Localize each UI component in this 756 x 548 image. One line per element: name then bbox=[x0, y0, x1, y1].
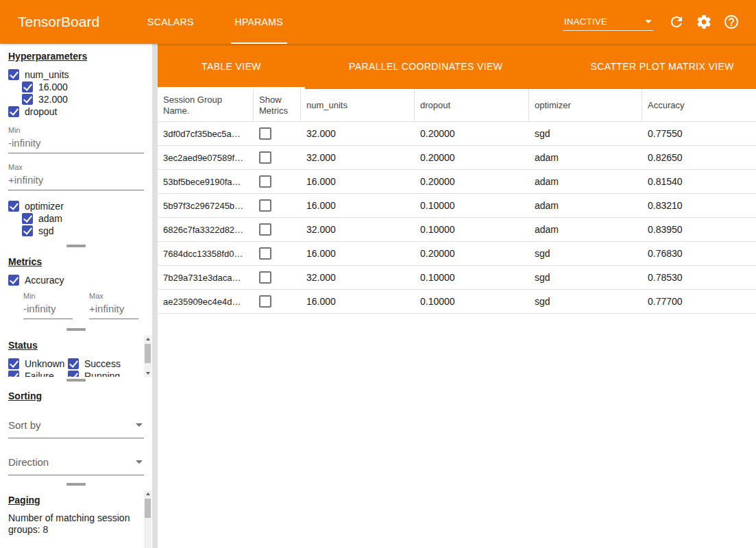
help-icon[interactable] bbox=[723, 14, 740, 30]
optimizer-value-row: adam bbox=[22, 212, 144, 225]
optimizer-checkbox[interactable] bbox=[8, 201, 19, 212]
column-header-optimizer[interactable]: optimizer bbox=[529, 89, 642, 121]
show-metrics-checkbox[interactable] bbox=[259, 271, 271, 284]
column-header-dropout[interactable]: dropout bbox=[415, 89, 529, 121]
accuracy-max-input[interactable] bbox=[89, 302, 138, 319]
show-metrics-checkbox[interactable] bbox=[259, 247, 271, 260]
accuracy-checkbox[interactable] bbox=[8, 275, 19, 286]
dropout-min-field: Min bbox=[8, 126, 144, 153]
optimizer-sgd-checkbox[interactable] bbox=[22, 225, 33, 236]
sort-by-dropdown[interactable]: Sort by bbox=[8, 419, 144, 438]
show-metrics-checkbox[interactable] bbox=[259, 295, 271, 308]
scrollbar-up-arrow[interactable] bbox=[144, 490, 151, 497]
tab-table-view[interactable]: TABLE VIEW bbox=[158, 44, 305, 89]
show-metrics-checkbox[interactable] bbox=[259, 199, 271, 212]
scrollbar-up-arrow[interactable] bbox=[144, 336, 151, 342]
scrollbar-thumb[interactable] bbox=[145, 344, 151, 363]
show-metrics-checkbox[interactable] bbox=[259, 175, 271, 188]
accuracy-min-input[interactable] bbox=[23, 302, 73, 319]
paging-heading: Paging bbox=[8, 495, 138, 506]
session-group-name-cell: 3ec2aed9e07589f… bbox=[158, 153, 254, 163]
optimizer-adam-checkbox[interactable] bbox=[22, 213, 33, 224]
splitter-grip[interactable] bbox=[66, 328, 86, 331]
dropout-cell: 0.20000 bbox=[415, 248, 529, 259]
optimizer-cell: sgd bbox=[529, 272, 642, 283]
toolbar: TensorBoard SCALARS HPARAMS INACTIVE bbox=[0, 0, 756, 44]
status-success-checkbox[interactable] bbox=[68, 358, 79, 369]
sidebar: Hyperparameters num_units 16.000 32.000 … bbox=[0, 44, 152, 548]
show-metrics-cell bbox=[254, 175, 301, 188]
hyperparameters-section: Hyperparameters num_units 16.000 32.000 … bbox=[0, 44, 152, 242]
show-metrics-cell bbox=[254, 295, 301, 308]
column-header-show-metrics[interactable]: Show Metrics bbox=[254, 89, 301, 121]
hyperparameters-heading: Hyperparameters bbox=[8, 51, 144, 62]
chevron-down-icon bbox=[136, 423, 143, 427]
tab-scalars[interactable]: SCALARS bbox=[127, 0, 214, 44]
optimizer-adam-label: adam bbox=[38, 213, 62, 224]
accuracy-cell: 0.77550 bbox=[642, 128, 756, 139]
dropout-max-field: Max bbox=[8, 163, 144, 190]
session-group-name-cell: 7684dcc13358fd0… bbox=[158, 249, 254, 259]
num-units-checkbox[interactable] bbox=[8, 69, 19, 80]
sidebar-main-divider bbox=[152, 44, 158, 548]
table-row: 7684dcc13358fd0… 16.000 0.20000 sgd 0.76… bbox=[158, 242, 756, 266]
session-group-name-cell: 7b29a731e3daca… bbox=[158, 273, 254, 283]
pane-splitter bbox=[0, 481, 152, 488]
metrics-heading: Metrics bbox=[8, 256, 144, 267]
accuracy-cell: 0.83210 bbox=[642, 200, 756, 211]
optimizer-cell: adam bbox=[529, 176, 642, 187]
status-running-checkbox[interactable] bbox=[68, 371, 79, 377]
status-unknown-checkbox[interactable] bbox=[8, 358, 19, 369]
table-row: 3ec2aed9e07589f… 32.000 0.20000 adam 0.8… bbox=[158, 146, 756, 170]
show-metrics-checkbox[interactable] bbox=[259, 223, 271, 236]
optimizer-cell: adam bbox=[529, 152, 642, 163]
tab-parallel-coordinates-view[interactable]: PARALLEL COORDINATES VIEW bbox=[305, 44, 546, 89]
accuracy-cell: 0.82650 bbox=[642, 152, 756, 163]
dropout-cell: 0.10000 bbox=[415, 200, 529, 211]
app-title: TensorBoard bbox=[18, 14, 99, 30]
sorting-heading: Sorting bbox=[8, 390, 144, 401]
status-scrollbar[interactable] bbox=[144, 336, 151, 377]
column-header-accuracy[interactable]: Accuracy bbox=[642, 89, 756, 121]
status-section: Status Unknown Success Failure Running bbox=[0, 333, 152, 377]
reload-interval-select[interactable]: INACTIVE bbox=[563, 14, 653, 31]
num-units-value-row: 32.000 bbox=[22, 93, 144, 105]
dropout-cell: 0.20000 bbox=[415, 128, 529, 139]
dropout-min-input[interactable] bbox=[8, 136, 144, 153]
num-units-cell: 16.000 bbox=[301, 296, 415, 307]
num-units-cell: 32.000 bbox=[301, 128, 415, 139]
column-header-num-units[interactable]: num_units bbox=[301, 89, 415, 121]
main-content: TABLE VIEW PARALLEL COORDINATES VIEW SCA… bbox=[158, 44, 756, 548]
table-header: Session Group Name. Show Metrics num_uni… bbox=[158, 89, 756, 122]
status-failure-checkbox[interactable] bbox=[8, 371, 19, 377]
toolbar-right: INACTIVE bbox=[563, 14, 756, 31]
pane-splitter bbox=[0, 377, 152, 384]
num-units-32-checkbox[interactable] bbox=[22, 94, 33, 105]
show-metrics-checkbox[interactable] bbox=[259, 151, 271, 164]
direction-value: Direction bbox=[8, 456, 49, 468]
accuracy-min-label: Min bbox=[23, 292, 73, 300]
dropout-max-input[interactable] bbox=[8, 173, 144, 190]
scrollbar-down-arrow[interactable] bbox=[144, 370, 151, 377]
tab-scalars-label: SCALARS bbox=[147, 16, 193, 27]
splitter-grip[interactable] bbox=[66, 379, 86, 382]
scrollbar-thumb[interactable] bbox=[145, 499, 151, 518]
tab-hparams[interactable]: HPARAMS bbox=[215, 0, 304, 44]
paging-scrollbar[interactable] bbox=[144, 490, 151, 548]
sort-by-value: Sort by bbox=[8, 419, 41, 431]
tab-parallel-coordinates-view-label: PARALLEL COORDINATES VIEW bbox=[349, 61, 502, 72]
tab-scatter-plot-matrix-view[interactable]: SCATTER PLOT MATRIX VIEW bbox=[546, 44, 756, 89]
splitter-grip[interactable] bbox=[66, 483, 86, 486]
refresh-icon[interactable] bbox=[668, 14, 685, 30]
gear-icon[interactable] bbox=[696, 14, 712, 30]
show-metrics-checkbox[interactable] bbox=[259, 127, 271, 140]
column-header-session-group-name[interactable]: Session Group Name. bbox=[158, 89, 254, 121]
splitter-grip[interactable] bbox=[66, 245, 86, 247]
num-units-16-label: 16.000 bbox=[38, 82, 68, 92]
paging-section: Paging Number of matching session groups… bbox=[0, 488, 152, 541]
session-group-name-cell: ae235909ec4e4d… bbox=[158, 297, 254, 307]
direction-dropdown[interactable]: Direction bbox=[8, 456, 144, 475]
matching-session-groups-text: Number of matching session groups: 8 bbox=[8, 512, 134, 536]
dropout-checkbox[interactable] bbox=[8, 106, 19, 117]
num-units-16-checkbox[interactable] bbox=[22, 82, 33, 92]
